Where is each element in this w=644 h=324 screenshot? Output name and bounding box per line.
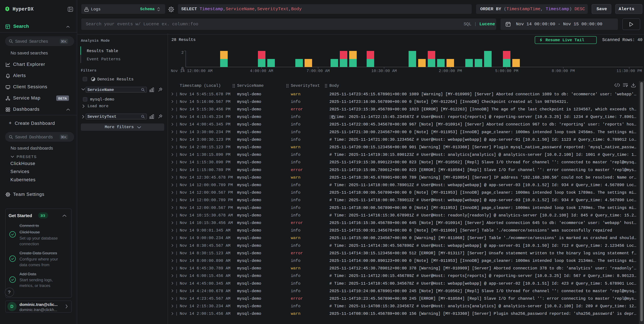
svg-text:11:30:00 PM: 11:30:00 PM [616, 69, 642, 73]
svg-text:4:00:00 AM: 4:00:00 AM [250, 69, 273, 73]
svg-text:2:00:00 PM: 2:00:00 PM [439, 69, 462, 73]
svg-text:2: 2 [182, 50, 184, 55]
svg-text:7:00:00 AM: 7:00:00 AM [306, 69, 330, 73]
svg-text:Nov 14 12:00:00 AM: Nov 14 12:00:00 AM [171, 69, 212, 73]
svg-text:5:00:00 PM: 5:00:00 PM [495, 69, 518, 73]
svg-text:10:30:00 AM: 10:30:00 AM [371, 69, 397, 73]
svg-text:8:00:00 PM: 8:00:00 PM [552, 69, 575, 73]
